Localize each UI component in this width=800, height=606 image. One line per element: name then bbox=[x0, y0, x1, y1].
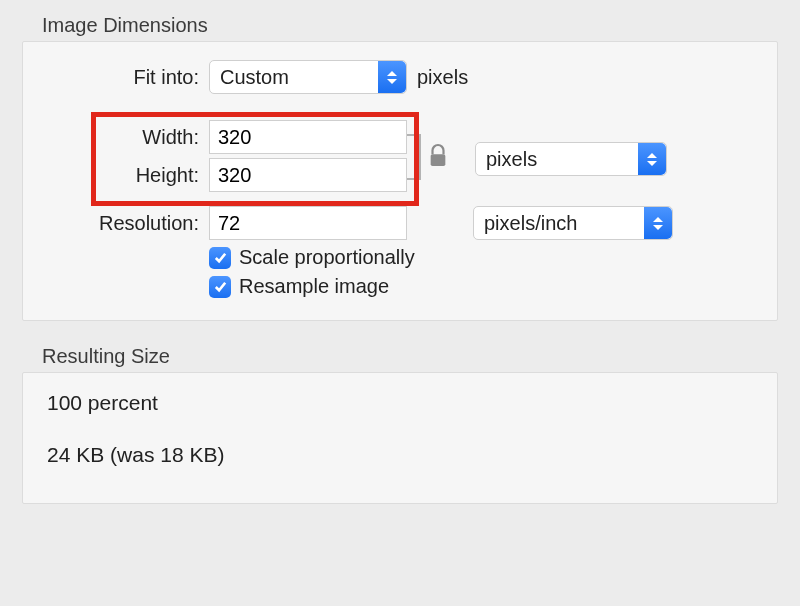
updown-caret-icon bbox=[638, 143, 666, 175]
resulting-size-panel: 100 percent 24 KB (was 18 KB) bbox=[22, 372, 778, 504]
wh-unit-value: pixels bbox=[486, 148, 537, 171]
fit-into-label: Fit into: bbox=[47, 66, 205, 89]
checkmark-icon bbox=[213, 250, 228, 265]
height-input[interactable] bbox=[209, 158, 407, 192]
image-dimensions-heading: Image Dimensions bbox=[42, 14, 778, 37]
updown-caret-icon bbox=[644, 207, 672, 239]
scale-proportionally-checkbox[interactable] bbox=[209, 247, 231, 269]
resolution-unit-select[interactable]: pixels/inch bbox=[473, 206, 673, 240]
resample-image-checkbox[interactable] bbox=[209, 276, 231, 298]
resolution-label: Resolution: bbox=[47, 212, 205, 235]
width-input[interactable] bbox=[209, 120, 407, 154]
lock-icon bbox=[427, 143, 449, 169]
fit-into-select[interactable]: Custom bbox=[209, 60, 407, 94]
wh-unit-select[interactable]: pixels bbox=[475, 142, 667, 176]
svg-rect-0 bbox=[431, 154, 446, 166]
result-filesize: 24 KB (was 18 KB) bbox=[47, 443, 753, 467]
result-percent: 100 percent bbox=[47, 391, 753, 415]
image-dimensions-panel: Fit into: Custom pixels Width: Height: bbox=[22, 41, 778, 321]
height-label: Height: bbox=[47, 164, 205, 187]
resolution-unit-value: pixels/inch bbox=[484, 212, 577, 235]
resolution-input[interactable] bbox=[209, 206, 407, 240]
resulting-size-heading: Resulting Size bbox=[42, 345, 778, 368]
link-bracket-icon bbox=[407, 134, 421, 180]
updown-caret-icon bbox=[378, 61, 406, 93]
scale-proportionally-label: Scale proportionally bbox=[239, 246, 415, 269]
resample-image-label: Resample image bbox=[239, 275, 389, 298]
checkmark-icon bbox=[213, 279, 228, 294]
fit-into-unit: pixels bbox=[411, 66, 501, 89]
width-label: Width: bbox=[47, 126, 205, 149]
fit-into-value: Custom bbox=[220, 66, 289, 89]
